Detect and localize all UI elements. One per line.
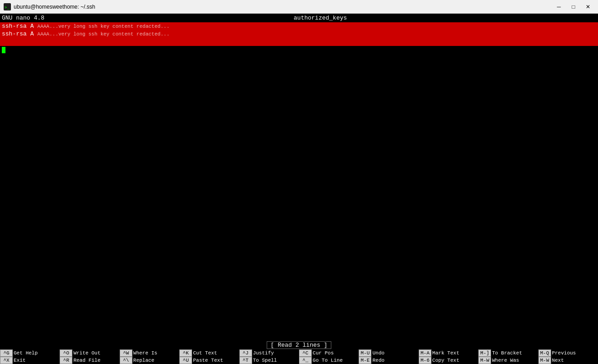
shortcut-undo[interactable]: M-U Undo: [359, 349, 418, 357]
shortcut-key-cur-pos: ^C: [299, 349, 312, 357]
shortcut-next[interactable]: M-W Next: [538, 357, 598, 364]
shortcut-label-next: Next: [552, 358, 564, 363]
shortcut-label-paste-text: Paste Text: [193, 358, 223, 363]
shortcut-copy-text[interactable]: M-6 Copy Text: [419, 357, 478, 364]
line-2-overflow: AAAA...very long ssh key content redacte…: [37, 31, 169, 37]
shortcut-key-next: M-W: [538, 357, 551, 364]
shortcut-label-redo: Redo: [372, 358, 384, 363]
shortcut-cur-pos[interactable]: ^C Cur Pos: [299, 349, 359, 357]
shortcut-key-cut-text: ^K: [179, 349, 192, 357]
shortcut-label-copy-text: Copy Text: [432, 358, 459, 363]
shortcut-get-help[interactable]: ^G Get Help: [0, 349, 60, 357]
shortcut-key-read-file: ^R: [60, 357, 72, 364]
shortcut-label-justify: Justify: [253, 350, 274, 356]
shortcut-where-was[interactable]: M-W Where Was: [478, 357, 538, 364]
nano-filename: authorized_keys: [294, 15, 347, 21]
shortcut-row-2: ^X Exit ^R Read File ^\ Replace ^U Paste…: [0, 357, 598, 364]
window-controls: ─ □ ✕: [552, 2, 594, 12]
line-1: ssh-rsa A AAAA...very long ssh key conte…: [0, 22, 598, 30]
shortcut-label-cur-pos: Cur Pos: [313, 350, 334, 356]
shortcut-paste-text[interactable]: ^U Paste Text: [179, 357, 239, 364]
window-titlebar: >_ ubuntu@homesweethome: ~/.ssh ─ □ ✕: [0, 0, 598, 14]
shortcut-key-where-is: ^W: [120, 349, 132, 357]
maximize-button[interactable]: □: [567, 2, 580, 12]
shortcut-label-mark-text: Mark Text: [432, 350, 459, 356]
shortcut-justify[interactable]: ^J Justify: [239, 349, 299, 357]
shortcut-label-cut-text: Cut Text: [193, 350, 217, 356]
shortcut-read-file[interactable]: ^R Read File: [60, 357, 119, 364]
shortcut-mark-text[interactable]: M-A Mark Text: [419, 349, 478, 357]
shortcut-key-previous: M-Q: [538, 349, 551, 357]
status-message: [ Read 2 lines ]: [267, 341, 332, 349]
line-1-overflow: AAAA...very long ssh key content redacte…: [37, 24, 169, 29]
terminal-icon: >_: [4, 3, 11, 10]
minimize-button[interactable]: ─: [552, 2, 565, 12]
selected-text-area: ssh-rsa A AAAA...very long ssh key conte…: [0, 22, 598, 46]
shortcut-key-write-out: ^O: [60, 349, 72, 357]
shortcut-to-bracket[interactable]: M-] To Bracket: [478, 349, 538, 357]
shortcut-label-exit: Exit: [14, 358, 25, 363]
shortcut-exit[interactable]: ^X Exit: [0, 357, 60, 364]
shortcut-key-redo: M-E: [359, 357, 371, 364]
shortcut-label-go-to-line: Go To Line: [313, 358, 343, 363]
shortcut-label-to-spell: To Spell: [253, 358, 277, 363]
shortcut-key-go-to-line: ^_: [299, 357, 312, 364]
line-1-text: ssh-rsa A: [2, 23, 34, 30]
shortcut-key-to-bracket: M-]: [478, 349, 491, 357]
shortcut-key-replace: ^\: [120, 357, 132, 364]
shortcut-go-to-line[interactable]: ^_ Go To Line: [299, 357, 359, 364]
cursor-line: [0, 46, 7, 54]
shortcut-label-write-out: Write Out: [73, 350, 100, 356]
shortcut-label-to-bracket: To Bracket: [492, 350, 522, 356]
shortcut-key-copy-text: M-6: [419, 357, 431, 364]
shortcut-replace[interactable]: ^\ Replace: [120, 357, 179, 364]
shortcut-label-read-file: Read File: [73, 358, 100, 363]
shortcut-to-spell[interactable]: ^T To Spell: [239, 357, 299, 364]
shortcut-cut-text[interactable]: ^K Cut Text: [179, 349, 239, 357]
shortcut-label-get-help: Get Help: [14, 350, 38, 356]
nano-topbar: GNU nano 4.8 authorized_keys: [0, 14, 598, 22]
shortcut-key-to-spell: ^T: [239, 357, 252, 364]
text-cursor: [2, 47, 5, 53]
shortcut-label-previous: Previous: [552, 350, 576, 356]
shortcut-row-1: ^G Get Help ^O Write Out ^W Where Is ^K …: [0, 349, 598, 357]
nano-shortcuts: ^G Get Help ^O Write Out ^W Where Is ^K …: [0, 349, 598, 364]
nano-version: GNU nano 4.8: [2, 15, 45, 21]
shortcut-key-undo: M-U: [359, 349, 371, 357]
shortcut-key-mark-text: M-A: [419, 349, 431, 357]
shortcut-key-where-was: M-W: [478, 357, 491, 364]
shortcut-write-out[interactable]: ^O Write Out: [60, 349, 119, 357]
shortcut-key-exit: ^X: [0, 357, 13, 364]
nano-editor: GNU nano 4.8 authorized_keys ssh-rsa A A…: [0, 14, 598, 364]
nano-statusbar: [ Read 2 lines ]: [0, 340, 598, 349]
shortcut-key-get-help: ^G: [0, 349, 13, 357]
shortcut-label-replace: Replace: [133, 358, 154, 363]
shortcut-label-undo: Undo: [372, 350, 384, 356]
window-title: ubuntu@homesweethome: ~/.ssh: [14, 4, 552, 10]
line-2-text: ssh-rsa A: [2, 30, 34, 37]
svg-text:>_: >_: [5, 5, 10, 10]
nano-content[interactable]: ssh-rsa A AAAA...very long ssh key conte…: [0, 22, 598, 340]
close-button[interactable]: ✕: [582, 2, 594, 12]
shortcut-label-where-was: Where Was: [492, 358, 519, 363]
line-2: ssh-rsa A AAAA...very long ssh key conte…: [0, 30, 598, 38]
shortcut-redo[interactable]: M-E Redo: [359, 357, 418, 364]
shortcut-where-is[interactable]: ^W Where Is: [120, 349, 179, 357]
shortcut-previous[interactable]: M-Q Previous: [538, 349, 598, 357]
shortcut-key-justify: ^J: [239, 349, 252, 357]
shortcut-key-paste-text: ^U: [179, 357, 192, 364]
shortcut-label-where-is: Where Is: [133, 350, 157, 356]
